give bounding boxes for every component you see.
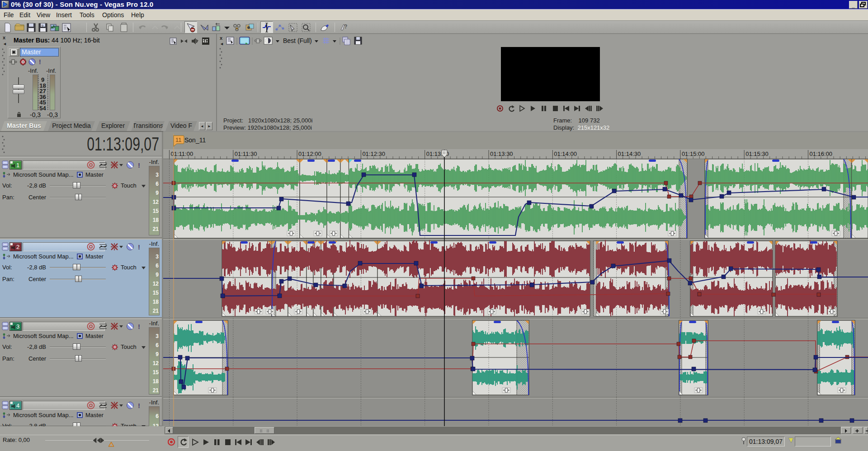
svg-text:Son_11: Son_11 bbox=[184, 136, 206, 144]
svg-text:01:14:30: 01:14:30 bbox=[618, 150, 641, 157]
svg-text:!: ! bbox=[138, 402, 140, 409]
svg-text:11: 11 bbox=[175, 136, 182, 143]
svg-text:01:16:00: 01:16:00 bbox=[810, 150, 833, 157]
svg-text:?: ? bbox=[41, 24, 43, 28]
svg-text:01:11:00: 01:11:00 bbox=[171, 150, 193, 157]
svg-text:01:12:00: 01:12:00 bbox=[298, 150, 321, 157]
svg-text:!: ! bbox=[138, 323, 140, 330]
svg-text:01:12:30: 01:12:30 bbox=[362, 150, 385, 157]
svg-text:01:15:00: 01:15:00 bbox=[682, 150, 705, 157]
svg-text:!: ! bbox=[138, 243, 140, 251]
svg-text:!: ! bbox=[39, 58, 41, 66]
svg-text:01:14:00: 01:14:00 bbox=[554, 150, 577, 157]
svg-text:Best (Full): Best (Full) bbox=[283, 37, 312, 44]
svg-text:01:11:30: 01:11:30 bbox=[235, 150, 257, 157]
svg-text:01:13:30: 01:13:30 bbox=[490, 150, 513, 157]
svg-text:01:15:30: 01:15:30 bbox=[745, 150, 769, 157]
svg-text:!: ! bbox=[138, 161, 140, 169]
svg-text:?: ? bbox=[344, 23, 347, 30]
